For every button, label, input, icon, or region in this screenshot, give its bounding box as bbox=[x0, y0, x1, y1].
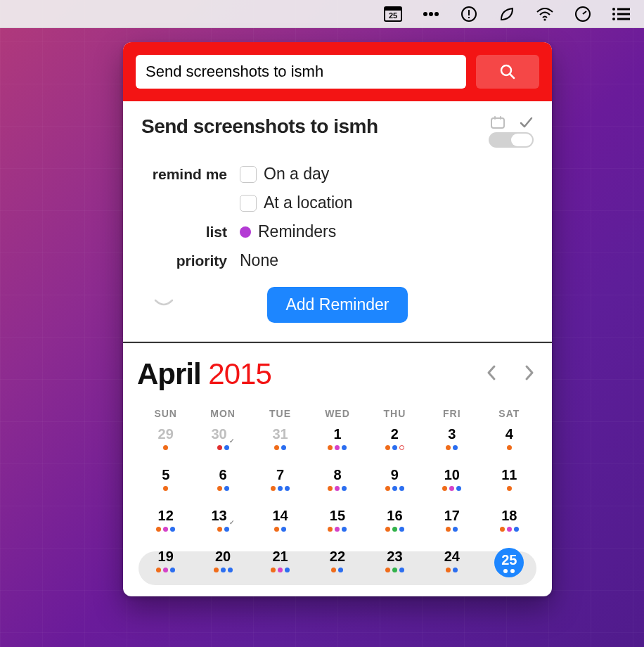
reminder-mode-icon bbox=[518, 115, 534, 129]
svg-rect-14 bbox=[617, 13, 630, 15]
day-cell[interactable]: 25 bbox=[481, 549, 538, 584]
section-divider bbox=[123, 342, 552, 343]
checkbox-at-location[interactable] bbox=[240, 195, 257, 212]
weekday-label: TUE bbox=[252, 408, 309, 419]
task-panel: Send screenshots to ismh remind me On a … bbox=[123, 101, 552, 342]
menubar-status-icon[interactable] bbox=[460, 5, 478, 23]
svg-point-3 bbox=[423, 12, 427, 16]
day-cell[interactable]: 22 bbox=[309, 549, 366, 584]
list-color-dot bbox=[240, 226, 251, 238]
svg-rect-21 bbox=[500, 116, 501, 120]
svg-rect-1 bbox=[385, 7, 401, 11]
day-cell[interactable]: 2 bbox=[366, 426, 423, 461]
add-reminder-button[interactable]: Add Reminder bbox=[267, 287, 407, 323]
day-cell[interactable]: 20 bbox=[194, 549, 251, 584]
menubar-leaf-icon[interactable] bbox=[498, 5, 516, 23]
day-cell[interactable]: 12 bbox=[137, 508, 194, 543]
option-on-a-day: On a day bbox=[264, 165, 329, 184]
svg-point-15 bbox=[612, 18, 615, 20]
weekday-label: MON bbox=[194, 408, 251, 419]
priority-picker[interactable]: None bbox=[240, 251, 278, 270]
svg-rect-7 bbox=[468, 10, 470, 15]
day-cell[interactable]: 10 bbox=[423, 467, 480, 502]
day-cell[interactable]: 7 bbox=[252, 467, 309, 502]
menubar-clock-icon[interactable] bbox=[574, 5, 592, 23]
quick-entry-input[interactable] bbox=[136, 55, 466, 89]
task-title: Send screenshots to ismh bbox=[141, 115, 378, 138]
list-picker[interactable]: Reminders bbox=[240, 222, 336, 241]
svg-point-11 bbox=[612, 8, 615, 11]
day-cell[interactable]: 19 bbox=[137, 549, 194, 584]
search-icon bbox=[499, 63, 516, 80]
weekday-label: FRI bbox=[423, 408, 480, 419]
search-button[interactable] bbox=[476, 55, 539, 89]
day-cell[interactable]: 17 bbox=[423, 508, 480, 543]
day-cell[interactable]: 21 bbox=[252, 549, 309, 584]
calendar-panel: April 2015 SUNMONTUEWEDTHUFRISAT 2930311… bbox=[123, 343, 552, 596]
day-cell[interactable]: 11 bbox=[481, 467, 538, 502]
svg-line-18 bbox=[510, 74, 514, 78]
expand-chevron-icon[interactable] bbox=[154, 299, 174, 312]
weekday-label: SUN bbox=[137, 408, 194, 419]
svg-rect-16 bbox=[617, 18, 630, 20]
type-toggle-switch[interactable] bbox=[489, 132, 534, 148]
prev-month-button[interactable] bbox=[483, 361, 500, 387]
day-cell[interactable]: 29 bbox=[137, 426, 194, 461]
svg-point-9 bbox=[543, 18, 546, 20]
label-priority: priority bbox=[141, 252, 240, 269]
event-mode-icon bbox=[490, 115, 505, 129]
label-list: list bbox=[141, 224, 240, 241]
list-value: Reminders bbox=[258, 222, 336, 241]
checkbox-on-a-day[interactable] bbox=[240, 166, 257, 183]
weekday-label: THU bbox=[366, 408, 423, 419]
menubar-calendar-icon[interactable]: 25 bbox=[384, 5, 402, 23]
day-cell[interactable]: 4 bbox=[481, 426, 538, 461]
day-cell[interactable]: 5 bbox=[137, 467, 194, 502]
priority-value: None bbox=[240, 251, 278, 270]
menubar-more-icon[interactable] bbox=[422, 5, 440, 23]
chevron-left-icon bbox=[486, 364, 497, 381]
day-cell[interactable]: 16 bbox=[366, 508, 423, 543]
menubar-list-icon[interactable] bbox=[612, 5, 630, 23]
day-cell[interactable]: 31 bbox=[252, 426, 309, 461]
day-cell[interactable]: 1 bbox=[309, 426, 366, 461]
weekday-label: WED bbox=[309, 408, 366, 419]
search-bar bbox=[123, 42, 552, 101]
day-cell[interactable]: 23 bbox=[366, 549, 423, 584]
day-cell[interactable]: 18 bbox=[481, 508, 538, 543]
popover: Send screenshots to ismh remind me On a … bbox=[123, 42, 552, 596]
menubar-wifi-icon[interactable] bbox=[536, 5, 554, 23]
day-cell[interactable]: 14 bbox=[252, 508, 309, 543]
menubar: 25 bbox=[0, 0, 644, 28]
svg-text:25: 25 bbox=[389, 11, 397, 20]
day-cell[interactable]: 13 bbox=[194, 508, 251, 543]
day-cell[interactable]: 15 bbox=[309, 508, 366, 543]
svg-rect-19 bbox=[491, 118, 504, 128]
svg-point-13 bbox=[612, 13, 615, 15]
day-cell[interactable]: 30 bbox=[194, 426, 251, 461]
next-month-button[interactable] bbox=[521, 361, 538, 387]
label-remind-me: remind me bbox=[141, 166, 240, 183]
month-title: April 2015 bbox=[137, 357, 271, 391]
svg-rect-20 bbox=[494, 116, 496, 120]
day-cell[interactable]: 8 bbox=[309, 467, 366, 502]
calendar-grid: 2930311234567891011121314151617181920212… bbox=[137, 426, 538, 584]
day-cell[interactable]: 24 bbox=[423, 549, 480, 584]
day-cell[interactable]: 3 bbox=[423, 426, 480, 461]
weekday-label: SAT bbox=[481, 408, 538, 419]
svg-point-5 bbox=[434, 12, 439, 16]
svg-rect-8 bbox=[468, 17, 470, 18]
option-at-location: At a location bbox=[264, 193, 353, 212]
day-cell[interactable]: 9 bbox=[366, 467, 423, 502]
svg-point-4 bbox=[429, 12, 433, 16]
day-cell[interactable]: 6 bbox=[194, 467, 251, 502]
weekday-header: SUNMONTUEWEDTHUFRISAT bbox=[137, 408, 538, 419]
svg-rect-12 bbox=[617, 8, 630, 10]
chevron-right-icon bbox=[524, 364, 535, 381]
